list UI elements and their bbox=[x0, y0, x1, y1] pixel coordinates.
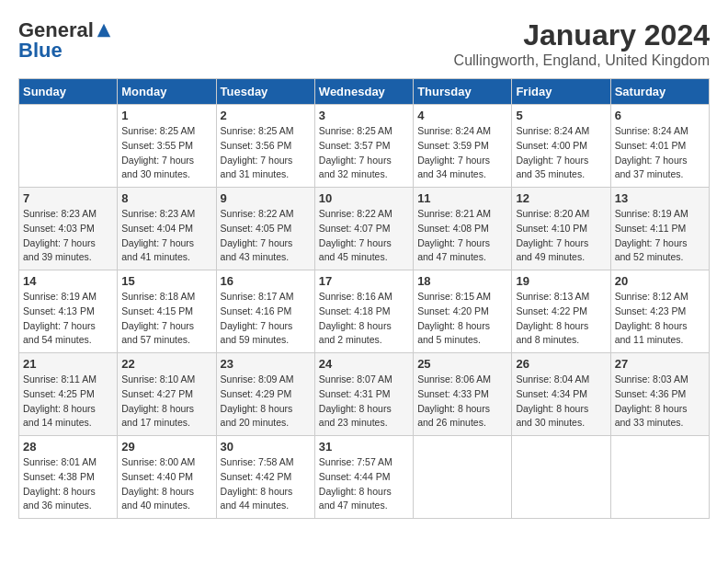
calendar-cell: 26Sunrise: 8:04 AMSunset: 4:34 PMDayligh… bbox=[512, 353, 610, 436]
calendar-header: SundayMondayTuesdayWednesdayThursdayFrid… bbox=[19, 79, 710, 105]
header-day-thursday: Thursday bbox=[414, 79, 512, 105]
day-number: 14 bbox=[23, 274, 113, 288]
calendar-cell: 13Sunrise: 8:19 AMSunset: 4:11 PMDayligh… bbox=[610, 188, 709, 270]
calendar-cell: 27Sunrise: 8:03 AMSunset: 4:36 PMDayligh… bbox=[610, 353, 709, 436]
week-row-1: 1Sunrise: 8:25 AMSunset: 3:55 PMDaylight… bbox=[19, 105, 710, 188]
day-info: Sunrise: 8:09 AMSunset: 4:29 PMDaylight:… bbox=[221, 373, 311, 431]
calendar-cell: 31Sunrise: 7:57 AMSunset: 4:44 PMDayligh… bbox=[314, 436, 413, 519]
svg-marker-0 bbox=[97, 24, 110, 37]
logo: General Blue bbox=[18, 18, 112, 63]
calendar-cell: 7Sunrise: 8:23 AMSunset: 4:03 PMDaylight… bbox=[19, 188, 118, 270]
day-number: 20 bbox=[615, 274, 705, 288]
calendar-cell: 4Sunrise: 8:24 AMSunset: 3:59 PMDaylight… bbox=[414, 105, 512, 188]
day-number: 21 bbox=[23, 357, 113, 371]
day-number: 16 bbox=[221, 274, 311, 288]
day-number: 22 bbox=[121, 357, 211, 371]
calendar-cell bbox=[512, 436, 610, 519]
calendar-cell: 19Sunrise: 8:13 AMSunset: 4:22 PMDayligh… bbox=[512, 270, 610, 353]
calendar-cell: 28Sunrise: 8:01 AMSunset: 4:38 PMDayligh… bbox=[19, 436, 118, 519]
day-info: Sunrise: 8:07 AMSunset: 4:31 PMDaylight:… bbox=[319, 373, 409, 431]
day-info: Sunrise: 8:21 AMSunset: 4:08 PMDaylight:… bbox=[417, 207, 507, 265]
calendar-cell: 18Sunrise: 8:15 AMSunset: 4:20 PMDayligh… bbox=[414, 270, 512, 353]
day-info: Sunrise: 8:11 AMSunset: 4:25 PMDaylight:… bbox=[23, 373, 113, 431]
calendar-cell: 24Sunrise: 8:07 AMSunset: 4:31 PMDayligh… bbox=[314, 353, 413, 436]
day-info: Sunrise: 8:24 AMSunset: 4:00 PMDaylight:… bbox=[516, 124, 606, 182]
day-info: Sunrise: 8:20 AMSunset: 4:10 PMDaylight:… bbox=[516, 207, 606, 265]
month-year-title: January 2024 bbox=[454, 18, 710, 52]
calendar-cell: 15Sunrise: 8:18 AMSunset: 4:15 PMDayligh… bbox=[118, 270, 216, 353]
day-info: Sunrise: 8:13 AMSunset: 4:22 PMDaylight:… bbox=[516, 290, 606, 348]
calendar-cell: 6Sunrise: 8:24 AMSunset: 4:01 PMDaylight… bbox=[610, 105, 709, 188]
day-info: Sunrise: 8:15 AMSunset: 4:20 PMDaylight:… bbox=[417, 290, 507, 348]
day-number: 13 bbox=[615, 191, 705, 205]
day-info: Sunrise: 8:25 AMSunset: 3:55 PMDaylight:… bbox=[121, 124, 211, 182]
day-info: Sunrise: 8:22 AMSunset: 4:05 PMDaylight:… bbox=[221, 207, 311, 265]
calendar-body: 1Sunrise: 8:25 AMSunset: 3:55 PMDaylight… bbox=[19, 105, 710, 519]
calendar-cell: 17Sunrise: 8:16 AMSunset: 4:18 PMDayligh… bbox=[314, 270, 413, 353]
day-number: 23 bbox=[221, 357, 311, 371]
day-info: Sunrise: 8:00 AMSunset: 4:40 PMDaylight:… bbox=[121, 455, 211, 513]
day-info: Sunrise: 8:24 AMSunset: 4:01 PMDaylight:… bbox=[615, 124, 705, 182]
day-info: Sunrise: 8:06 AMSunset: 4:33 PMDaylight:… bbox=[417, 373, 507, 431]
calendar-cell: 10Sunrise: 8:22 AMSunset: 4:07 PMDayligh… bbox=[314, 188, 413, 270]
day-info: Sunrise: 8:25 AMSunset: 3:56 PMDaylight:… bbox=[221, 124, 311, 182]
day-info: Sunrise: 7:58 AMSunset: 4:42 PMDaylight:… bbox=[221, 455, 311, 513]
week-row-3: 14Sunrise: 8:19 AMSunset: 4:13 PMDayligh… bbox=[19, 270, 710, 353]
day-info: Sunrise: 8:18 AMSunset: 4:15 PMDaylight:… bbox=[121, 290, 211, 348]
header-day-wednesday: Wednesday bbox=[314, 79, 413, 105]
calendar-cell: 25Sunrise: 8:06 AMSunset: 4:33 PMDayligh… bbox=[414, 353, 512, 436]
day-number: 29 bbox=[121, 440, 211, 454]
day-info: Sunrise: 8:22 AMSunset: 4:07 PMDaylight:… bbox=[319, 207, 409, 265]
day-info: Sunrise: 8:23 AMSunset: 4:04 PMDaylight:… bbox=[121, 207, 211, 265]
day-number: 6 bbox=[615, 109, 705, 122]
calendar-cell: 14Sunrise: 8:19 AMSunset: 4:13 PMDayligh… bbox=[19, 270, 118, 353]
day-info: Sunrise: 7:57 AMSunset: 4:44 PMDaylight:… bbox=[319, 455, 409, 513]
title-block: January 2024 Cullingworth, England, Unit… bbox=[454, 18, 710, 69]
calendar-cell: 20Sunrise: 8:12 AMSunset: 4:23 PMDayligh… bbox=[610, 270, 709, 353]
day-number: 12 bbox=[516, 191, 606, 205]
week-row-4: 21Sunrise: 8:11 AMSunset: 4:25 PMDayligh… bbox=[19, 353, 710, 436]
calendar-cell: 1Sunrise: 8:25 AMSunset: 3:55 PMDaylight… bbox=[118, 105, 216, 188]
header-day-saturday: Saturday bbox=[610, 79, 709, 105]
calendar-cell: 23Sunrise: 8:09 AMSunset: 4:29 PMDayligh… bbox=[216, 353, 314, 436]
calendar-cell: 30Sunrise: 7:58 AMSunset: 4:42 PMDayligh… bbox=[216, 436, 314, 519]
calendar-cell: 3Sunrise: 8:25 AMSunset: 3:57 PMDaylight… bbox=[314, 105, 413, 188]
calendar-cell: 29Sunrise: 8:00 AMSunset: 4:40 PMDayligh… bbox=[118, 436, 216, 519]
logo-icon bbox=[96, 22, 112, 39]
day-info: Sunrise: 8:23 AMSunset: 4:03 PMDaylight:… bbox=[23, 207, 113, 265]
day-number: 3 bbox=[319, 109, 409, 122]
day-info: Sunrise: 8:19 AMSunset: 4:13 PMDaylight:… bbox=[23, 290, 113, 348]
day-number: 30 bbox=[221, 440, 311, 454]
day-number: 28 bbox=[23, 440, 113, 454]
calendar-cell: 16Sunrise: 8:17 AMSunset: 4:16 PMDayligh… bbox=[216, 270, 314, 353]
day-number: 11 bbox=[417, 191, 507, 205]
day-info: Sunrise: 8:25 AMSunset: 3:57 PMDaylight:… bbox=[319, 124, 409, 182]
day-number: 10 bbox=[319, 191, 409, 205]
day-number: 27 bbox=[615, 357, 705, 371]
location-subtitle: Cullingworth, England, United Kingdom bbox=[454, 52, 710, 69]
day-number: 9 bbox=[221, 191, 311, 205]
day-number: 7 bbox=[23, 191, 113, 205]
day-number: 25 bbox=[417, 357, 507, 371]
day-number: 1 bbox=[121, 109, 211, 122]
day-info: Sunrise: 8:17 AMSunset: 4:16 PMDaylight:… bbox=[221, 290, 311, 348]
header-day-friday: Friday bbox=[512, 79, 610, 105]
day-info: Sunrise: 8:19 AMSunset: 4:11 PMDaylight:… bbox=[615, 207, 705, 265]
day-number: 26 bbox=[516, 357, 606, 371]
calendar-cell: 2Sunrise: 8:25 AMSunset: 3:56 PMDaylight… bbox=[216, 105, 314, 188]
calendar-table: SundayMondayTuesdayWednesdayThursdayFrid… bbox=[18, 78, 710, 519]
header-row: SundayMondayTuesdayWednesdayThursdayFrid… bbox=[19, 79, 710, 105]
week-row-5: 28Sunrise: 8:01 AMSunset: 4:38 PMDayligh… bbox=[19, 436, 710, 519]
day-number: 18 bbox=[417, 274, 507, 288]
day-number: 31 bbox=[319, 440, 409, 454]
calendar-cell: 12Sunrise: 8:20 AMSunset: 4:10 PMDayligh… bbox=[512, 188, 610, 270]
day-number: 15 bbox=[121, 274, 211, 288]
day-number: 2 bbox=[221, 109, 311, 122]
calendar-cell: 21Sunrise: 8:11 AMSunset: 4:25 PMDayligh… bbox=[19, 353, 118, 436]
calendar-cell: 5Sunrise: 8:24 AMSunset: 4:00 PMDaylight… bbox=[512, 105, 610, 188]
day-info: Sunrise: 8:01 AMSunset: 4:38 PMDaylight:… bbox=[23, 455, 113, 513]
day-info: Sunrise: 8:24 AMSunset: 3:59 PMDaylight:… bbox=[417, 124, 507, 182]
page-header: General Blue January 2024 Cullingworth, … bbox=[18, 18, 710, 69]
day-info: Sunrise: 8:04 AMSunset: 4:34 PMDaylight:… bbox=[516, 373, 606, 431]
day-info: Sunrise: 8:12 AMSunset: 4:23 PMDaylight:… bbox=[615, 290, 705, 348]
